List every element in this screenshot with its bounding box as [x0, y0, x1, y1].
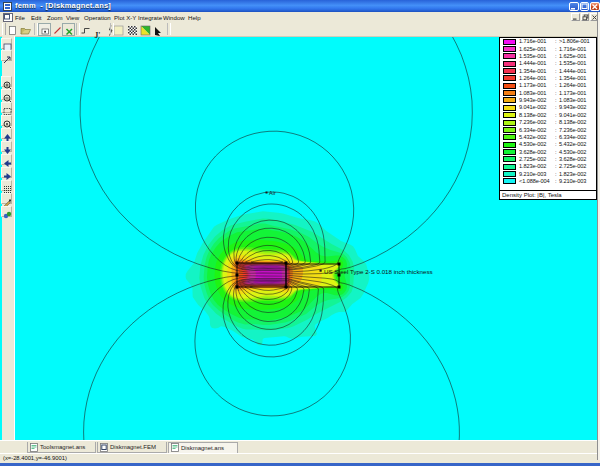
svg-text:US Steel Type 2-S 0.018 inch t: US Steel Type 2-S 0.018 inch thickness [324, 268, 433, 275]
svg-text:Air: Air [269, 190, 276, 196]
